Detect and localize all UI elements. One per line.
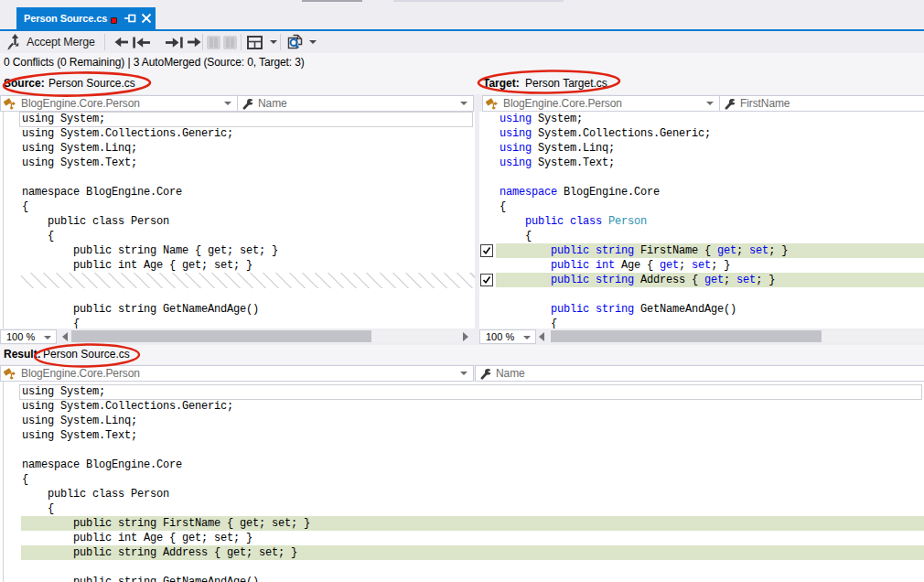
source-member-dropdown[interactable]: Name (237, 95, 474, 112)
code-line: namespace BlogEngine.Core (22, 185, 182, 199)
scroll-left-arrow[interactable] (539, 332, 544, 341)
code-line: namespace BlogEngine.Core (500, 185, 660, 199)
result-header: Result: Person Source.cs (0, 345, 924, 364)
merge-change-checkbox[interactable] (480, 244, 493, 257)
tab-bar: Person Source.cs (0, 7, 924, 29)
accept-merge-icon (6, 34, 22, 50)
result-label: Result: (4, 348, 41, 361)
code-line: public string Address { get; set; } (22, 545, 297, 560)
source-label: Source: (4, 77, 45, 90)
wrench-icon (242, 98, 254, 110)
tab-title: Person Source.cs (16, 13, 107, 24)
layout-view-button[interactable] (247, 31, 263, 53)
compare-files-button[interactable] (286, 31, 304, 53)
first-difference-button[interactable] (133, 31, 151, 53)
zoom-value: 100 % (486, 331, 514, 342)
target-zoom-dropdown[interactable]: 100 % (479, 329, 536, 344)
pin-icon[interactable] (124, 12, 136, 25)
document-tab[interactable]: Person Source.cs (16, 7, 156, 29)
wrench-icon (480, 368, 492, 380)
code-line: using System.Linq; (22, 141, 137, 156)
next-difference-button[interactable] (187, 31, 201, 53)
toolbar: Accept Merge (0, 31, 924, 53)
wrench-icon (725, 98, 736, 110)
class-icon (4, 367, 17, 381)
arrow-to-end-icon (165, 37, 183, 48)
code-line: public string FirstName { get; set; } (500, 243, 788, 258)
scrollbar-track[interactable] (71, 330, 461, 342)
target-code-pane[interactable]: using System;using System.Collections.Ge… (479, 112, 924, 329)
code-line: { (500, 229, 532, 243)
scroll-right-arrow[interactable] (463, 332, 468, 341)
code-line: public string Address { get; set; } (500, 273, 775, 287)
last-difference-button[interactable] (165, 31, 183, 53)
chevron-down-icon (44, 336, 51, 340)
source-code-pane[interactable]: using System;using System.Collections.Ge… (0, 112, 475, 329)
toolbar-separator (104, 34, 105, 50)
code-line: { (22, 229, 54, 243)
code-line: using System.Text; (22, 156, 137, 170)
result-scope-dropdown[interactable]: BlogEngine.Core.Person (0, 365, 474, 382)
scrollbar-thumb[interactable] (71, 330, 371, 342)
code-line: public int Age { get; set; } (22, 531, 252, 545)
code-line: public string GetNameAndAge() (22, 575, 259, 582)
result-member-value: Name (496, 367, 525, 380)
chevron-down-icon (270, 40, 277, 44)
source-member-value: Name (258, 97, 287, 110)
accept-merge-label: Accept Merge (27, 36, 95, 48)
code-line: public string GetNameAndAge() (500, 302, 736, 317)
result-member-dropdown[interactable]: Name (475, 365, 924, 382)
pane-headers: Source: Person Source.cs Target: Person … (0, 73, 924, 94)
source-filename: Person Source.cs (48, 77, 135, 90)
inserted-lines-placeholder-hatch (21, 273, 475, 288)
class-icon (4, 97, 17, 111)
toolbar-separator (241, 34, 242, 50)
code-line: using System.Collections.Generic; (500, 126, 711, 141)
chevron-down-icon (224, 102, 231, 105)
merge-status-bar: 0 Conflicts (0 Remaining) | 3 AutoMerged… (0, 53, 924, 73)
code-line: using System.Linq; (22, 414, 137, 428)
layout-dropdown-button[interactable] (270, 31, 277, 53)
source-zoom-dropdown[interactable]: 100 % (0, 329, 57, 344)
arrow-to-start-icon (133, 37, 151, 48)
code-line: { (500, 317, 557, 329)
merge-change-checkbox[interactable] (480, 274, 493, 286)
arrow-left-icon (114, 37, 129, 48)
target-filename: Person Target.cs (525, 77, 607, 90)
code-line: public string FirstName { get; set; } (22, 516, 310, 531)
modified-dot-icon (111, 17, 117, 24)
scrollbar-track[interactable] (549, 330, 924, 342)
code-line: using System.Collections.Generic; (22, 399, 233, 414)
compare-dropdown-button[interactable] (309, 31, 317, 53)
target-member-dropdown[interactable]: FirstName (719, 95, 924, 112)
source-scope-dropdown[interactable]: BlogEngine.Core.Person (0, 95, 238, 112)
scroll-left-arrow[interactable] (62, 332, 68, 341)
chevron-down-icon (460, 372, 467, 375)
code-line: { (22, 317, 80, 329)
two-column-inline-view-button-disabled (223, 31, 237, 53)
result-filename: Person Source.cs (43, 348, 130, 361)
code-line: public int Age { get; set; } (22, 258, 252, 273)
source-scope-value: BlogEngine.Core.Person (21, 97, 140, 110)
margin-line (3, 382, 4, 582)
code-line: using System.Linq; (500, 141, 615, 156)
result-code-pane[interactable]: using System;using System.Collections.Ge… (0, 382, 924, 582)
close-icon[interactable] (140, 12, 153, 25)
target-scope-value: BlogEngine.Core.Person (503, 97, 622, 110)
code-line: public class Person (500, 214, 647, 229)
target-scope-dropdown[interactable]: BlogEngine.Core.Person (482, 95, 720, 112)
accept-merge-button[interactable]: Accept Merge (6, 31, 95, 53)
chevron-down-icon (309, 40, 317, 44)
toolbar-separator (202, 34, 203, 50)
code-line: using System.Collections.Generic; (22, 126, 233, 141)
code-line: public string GetNameAndAge() (22, 302, 259, 317)
code-line: using System; (500, 112, 583, 126)
two-column-view-button-disabled (207, 31, 220, 53)
current-line-box (19, 384, 922, 400)
top-edge-sliver (393, 0, 564, 2)
scrollbar-thumb[interactable] (551, 330, 822, 342)
zoom-value: 100 % (6, 331, 35, 342)
code-line: namespace BlogEngine.Core (22, 458, 182, 472)
code-line: { (500, 199, 506, 214)
previous-difference-button[interactable] (114, 31, 129, 53)
